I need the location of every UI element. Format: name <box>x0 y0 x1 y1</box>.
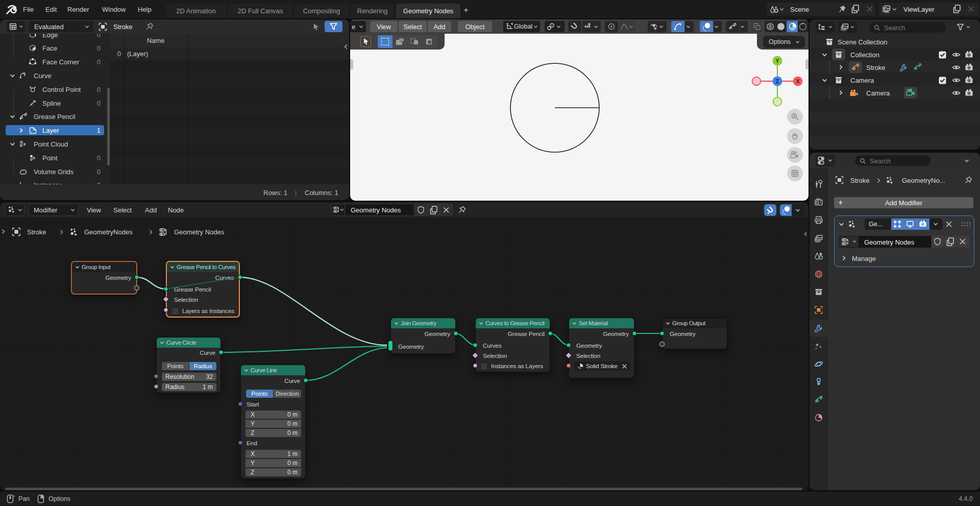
svg-text:X: X <box>796 78 799 84</box>
svg-text:Y: Y <box>775 58 779 64</box>
svg-text:Z: Z <box>776 78 779 84</box>
